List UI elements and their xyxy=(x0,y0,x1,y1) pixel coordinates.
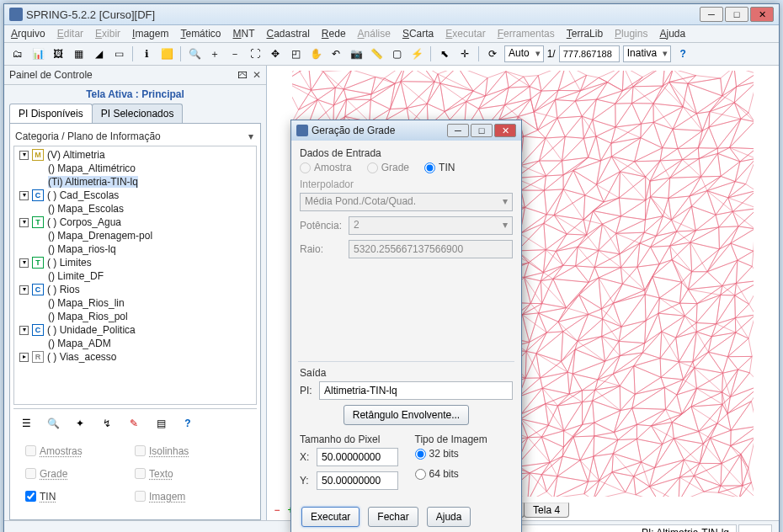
tree-item[interactable]: ▾C( ) Rios xyxy=(16,283,254,296)
dialog-titlebar[interactable]: Geração de Grade ─ □ ✕ xyxy=(291,120,521,141)
camera-icon[interactable]: 📷 xyxy=(348,45,365,62)
scale-input[interactable] xyxy=(559,45,620,62)
help-icon[interactable]: ? xyxy=(674,45,691,62)
extent-icon[interactable]: ◰ xyxy=(287,45,304,62)
fechar-button[interactable]: Fechar xyxy=(368,507,418,527)
category-dropdown[interactable]: Categoria / Plano de Informação xyxy=(13,127,257,146)
executar-button[interactable]: Executar xyxy=(301,507,360,527)
pi-input[interactable] xyxy=(319,381,513,400)
tree-item[interactable]: () Mapa_Rios_pol xyxy=(16,310,254,323)
expander-icon[interactable]: ▾ xyxy=(19,258,29,268)
tree-icon-4[interactable]: ↯ xyxy=(99,416,115,431)
envelope-button[interactable]: Retângulo Envolvente... xyxy=(344,405,469,425)
expander-icon[interactable]: ▾ xyxy=(19,218,29,227)
expander-icon[interactable]: ▾ xyxy=(19,191,29,200)
dialog-minimize-button[interactable]: ─ xyxy=(447,124,469,137)
tree-item[interactable]: ▾T( ) Limites xyxy=(16,256,254,269)
ruler-icon[interactable]: 📏 xyxy=(368,45,385,62)
y-input[interactable] xyxy=(317,471,397,490)
zoom-in-icon[interactable]: 🔍 xyxy=(186,45,203,62)
tree-item[interactable]: ▾T( ) Corpos_Agua xyxy=(16,215,254,229)
expander-icon[interactable]: ▸ xyxy=(19,353,29,362)
auto-select[interactable]: Auto xyxy=(504,45,544,62)
menu-análise[interactable]: Análise xyxy=(358,28,391,40)
tab-pi-selecionados[interactable]: PI Selecionados xyxy=(92,104,184,123)
radio-64bits[interactable]: 64 bits xyxy=(415,468,514,480)
crosshair-icon[interactable]: ✛ xyxy=(456,45,473,62)
menu-cadastral[interactable]: Cadastral xyxy=(266,28,309,40)
tree-item[interactable]: ▸R( ) Vias_acesso xyxy=(16,350,254,364)
tool-1[interactable]: 🗂 xyxy=(9,45,26,62)
panel-undock-icon[interactable]: ⮹ xyxy=(237,69,248,81)
tree-item[interactable]: () Mapa_rios-lq xyxy=(16,242,254,256)
ajuda-button[interactable]: Ajuda xyxy=(427,507,471,527)
dialog-maximize-button[interactable]: □ xyxy=(471,124,493,137)
tool-6[interactable]: ▭ xyxy=(110,45,127,62)
radio-tin[interactable]: TIN xyxy=(424,162,455,173)
panel-help-icon[interactable]: ? xyxy=(180,416,195,431)
layer-tree[interactable]: ▾M(V) Altimetria() Mapa_Altimétrico(Ti) … xyxy=(13,146,257,405)
tree-item[interactable]: ▾C( ) Cad_Escolas xyxy=(16,189,254,202)
potencia-select[interactable]: 2 xyxy=(349,216,513,235)
menu-rede[interactable]: Rede xyxy=(322,28,346,40)
tree-item[interactable]: () Mapa_Rios_lin xyxy=(16,296,254,310)
refresh-icon[interactable]: ⟳ xyxy=(484,45,501,62)
tree-icon-3[interactable]: ✦ xyxy=(72,416,88,431)
tree-item[interactable]: () Mapa_Altimétrico xyxy=(16,162,254,175)
tree-item[interactable]: (Ti) Altimetria-TIN-lq xyxy=(16,175,254,189)
mode-select[interactable]: Inativa xyxy=(623,45,671,62)
menu-exibir[interactable]: Exibir xyxy=(95,28,120,40)
close-button[interactable]: ✕ xyxy=(750,7,774,22)
tree-icon-1[interactable]: ☰ xyxy=(19,416,34,431)
tree-item[interactable]: ▾M(V) Altimetria xyxy=(16,148,254,162)
expander-icon[interactable]: ▾ xyxy=(19,285,29,295)
tab-remove-icon[interactable]: − xyxy=(270,503,284,517)
tree-item[interactable]: ▾C( ) Unidade_Politica xyxy=(16,323,254,337)
minimize-button[interactable]: ─ xyxy=(700,7,723,22)
raio-input[interactable] xyxy=(349,240,513,258)
expander-icon[interactable]: ▾ xyxy=(19,326,29,335)
tool-layer[interactable]: 🟨 xyxy=(158,45,175,62)
tool-3[interactable]: 🖼 xyxy=(50,45,67,62)
x-input[interactable] xyxy=(317,448,397,466)
menu-editar[interactable]: Editar xyxy=(57,28,83,40)
tree-item[interactable]: () Mapa_Drenagem-pol xyxy=(16,229,254,242)
menu-mnt[interactable]: MNT xyxy=(232,28,254,40)
zoom-prev-icon[interactable]: ↶ xyxy=(328,45,344,62)
tree-icon-2[interactable]: 🔍 xyxy=(45,416,61,431)
dialog-close-button[interactable]: ✕ xyxy=(494,124,516,137)
flash-icon[interactable]: ⚡ xyxy=(408,45,425,62)
menu-executar[interactable]: Executar xyxy=(445,28,485,40)
zoom-fit-icon[interactable]: ⛶ xyxy=(247,45,264,62)
view-tab-tela4[interactable]: Tela 4 xyxy=(524,503,569,518)
hand-icon[interactable]: ✋ xyxy=(307,45,324,62)
menu-ajuda[interactable]: Ajuda xyxy=(659,28,685,40)
tree-icon-6[interactable]: ▤ xyxy=(153,416,168,431)
menu-plugins[interactable]: Plugins xyxy=(615,28,647,40)
zoom-plus-icon[interactable]: ＋ xyxy=(206,45,223,62)
tree-item[interactable]: () Mapa_Escolas xyxy=(16,202,254,215)
maximize-button[interactable]: □ xyxy=(725,7,748,22)
tree-icon-5[interactable]: ✎ xyxy=(126,416,141,431)
tool-4[interactable]: ▦ xyxy=(70,45,87,62)
tree-item[interactable]: () Limite_DF xyxy=(16,269,254,283)
tool-2[interactable]: 📊 xyxy=(29,45,46,62)
radio-amostra[interactable]: Amostra xyxy=(300,162,352,173)
zoom-minus-icon[interactable]: － xyxy=(226,45,243,62)
menu-terralib[interactable]: TerraLib xyxy=(567,28,603,40)
tool-info[interactable]: ℹ xyxy=(138,45,155,62)
check-tin[interactable]: TIN xyxy=(22,488,131,504)
menu-scarta[interactable]: SCarta xyxy=(402,28,434,40)
radio-grade[interactable]: Grade xyxy=(367,162,409,173)
menu-temático[interactable]: Temático xyxy=(180,28,221,40)
select-icon[interactable]: ▢ xyxy=(388,45,405,62)
menu-ferramentas[interactable]: Ferramentas xyxy=(498,28,555,40)
panel-close-icon[interactable]: ✕ xyxy=(253,69,261,81)
radio-32bits[interactable]: 32 bits xyxy=(415,448,514,460)
tree-item[interactable]: () Mapa_ADM xyxy=(16,337,254,350)
menu-arquivo[interactable]: Arquivo xyxy=(11,28,45,40)
cursor-icon[interactable]: ⬉ xyxy=(436,45,453,62)
pan-icon[interactable]: ✥ xyxy=(267,45,284,62)
interpolador-select[interactable]: Média Pond./Cota/Quad. xyxy=(300,193,513,211)
menu-imagem[interactable]: Imagem xyxy=(132,28,168,40)
